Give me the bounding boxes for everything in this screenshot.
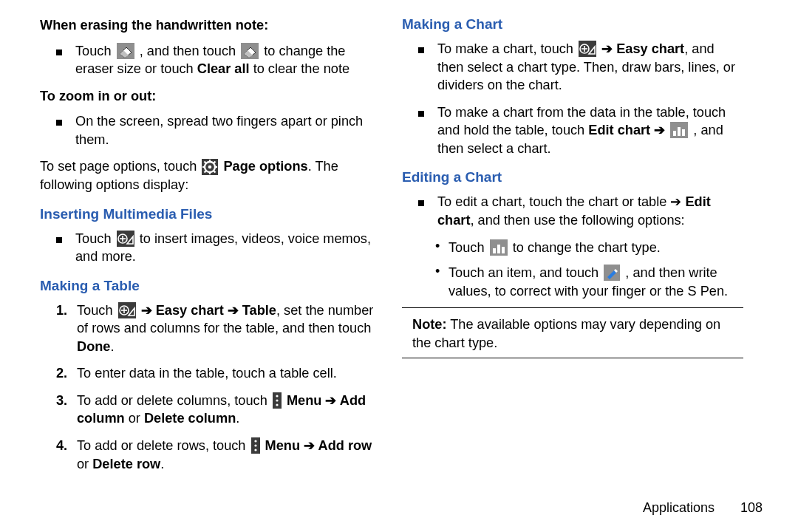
txt: Touch: [77, 303, 117, 318]
pen-icon: [604, 265, 620, 281]
step-4-text: To add or delete rows, touch Menu ➔ Add …: [77, 437, 381, 473]
easy-chart-table: Easy chart ➔ Table: [156, 303, 276, 318]
step-4: 4. To add or delete rows, touch Menu ➔ A…: [56, 437, 381, 473]
page-footer: Applications 108: [643, 500, 763, 516]
sub1-text: Touch to change the chart type.: [449, 239, 743, 257]
eraser-icon: [241, 43, 259, 59]
edit-chart-arrow: Edit chart ➔: [588, 123, 669, 137]
txt: or: [125, 411, 144, 426]
note-label: Note:: [412, 317, 446, 332]
svg-point-29: [276, 399, 278, 401]
bullet-marker: [418, 103, 437, 158]
step-3-text: To add or delete columns, touch Menu ➔ A…: [77, 392, 381, 428]
txt: To add or delete rows, touch: [77, 438, 250, 453]
svg-point-28: [276, 395, 278, 397]
menu-icon: [251, 437, 260, 454]
bullet-zoom: On the screen, spread two fingers apart …: [56, 112, 381, 149]
insert-plus-icon: [118, 302, 136, 318]
gear-icon: [202, 159, 218, 175]
svg-point-33: [254, 445, 256, 447]
heading-table: Making a Table: [40, 278, 381, 294]
chart-type-icon: [670, 122, 688, 138]
step-1: 1. Touch ➔ Easy chart ➔ Table, set the n…: [56, 301, 381, 356]
bullet-marker: [418, 40, 437, 95]
menu-addrow: Menu ➔ Add row: [265, 438, 372, 453]
txt: , and then touch: [140, 44, 240, 58]
txt: Touch an item, and touch: [449, 265, 602, 280]
divider: [402, 307, 743, 308]
txt: or: [77, 457, 92, 471]
bullet-marker: [56, 42, 75, 78]
footer-section: Applications: [643, 500, 715, 515]
insert-plus-icon: [117, 231, 134, 247]
easy-chart: Easy chart: [616, 41, 684, 56]
step-2-text: To enter data in the table, touch a tabl…: [77, 364, 381, 383]
txt: Touch: [75, 231, 115, 246]
heading-erase: When erasing the handwritten note:: [40, 16, 381, 35]
mc1-text: To make a chart, touch ➔ Easy chart, and…: [437, 40, 743, 95]
txt: Touch: [75, 44, 115, 58]
heading-zoom: To zoom in or out:: [40, 87, 381, 106]
clear-all-label: Clear all: [197, 61, 250, 76]
step-num: 4.: [56, 437, 77, 473]
note-text: The available options may vary depending…: [412, 317, 720, 350]
bullet-multimedia: Touch to insert images, videos, voice me…: [56, 230, 381, 266]
bullet-marker: [418, 193, 437, 229]
bullet-makechart-2: To make a chart from the data in the tab…: [418, 103, 743, 158]
svg-point-34: [254, 449, 256, 451]
insert-plus-icon: [579, 41, 596, 57]
svg-rect-41: [673, 131, 676, 136]
txt: to clear the note: [253, 61, 349, 76]
txt: .: [236, 411, 239, 426]
txt: To set page options, touch: [40, 159, 200, 174]
svg-rect-45: [493, 248, 496, 253]
txt: To edit a chart, touch the chart or tabl…: [437, 194, 685, 209]
right-column: Making a Chart To make a chart, touch ➔ …: [392, 15, 754, 523]
step-3: 3. To add or delete columns, touch Menu …: [56, 392, 381, 428]
heading-making-chart: Making a Chart: [402, 16, 743, 33]
bullet-zoom-text: On the screen, spread two fingers apart …: [75, 112, 381, 149]
txt: To make a chart, touch: [437, 41, 577, 56]
bullet-editchart-lead: To edit a chart, touch the chart or tabl…: [418, 193, 743, 229]
dot-marker: •: [435, 264, 449, 300]
dot-marker: •: [435, 239, 449, 257]
svg-point-32: [254, 440, 256, 443]
footer-page-number: 108: [740, 500, 763, 515]
page-options-label: Page options: [223, 159, 307, 174]
bullet-marker: [56, 112, 75, 149]
svg-point-8: [208, 165, 212, 168]
bullet-erase-text: Touch , and then touch to change the era…: [75, 42, 381, 78]
txt: Touch: [449, 240, 488, 255]
page-options-para: To set page options, touch Page options.…: [40, 157, 381, 194]
txt: , and then use the following options:: [470, 213, 684, 228]
menu-icon: [273, 392, 282, 409]
txt: To add or delete columns, touch: [77, 393, 271, 408]
svg-rect-42: [678, 127, 681, 136]
bullet-makechart-1: To make a chart, touch ➔ Easy chart, and…: [418, 40, 743, 95]
step-1-text: Touch ➔ Easy chart ➔ Table, set the numb…: [77, 301, 381, 356]
arrow: ➔: [601, 41, 616, 56]
bullet-erase: Touch , and then touch to change the era…: [56, 42, 381, 78]
chart-type-icon: [490, 239, 508, 256]
ec-lead-text: To edit a chart, touch the chart or tabl…: [437, 193, 743, 229]
svg-rect-47: [502, 247, 505, 253]
txt: .: [160, 457, 164, 471]
step-2: 2. To enter data in the table, touch a t…: [56, 364, 381, 383]
divider: [402, 358, 743, 358]
heading-multimedia: Inserting Multimedia Files: [40, 206, 381, 222]
eraser-icon: [117, 43, 134, 59]
note-block: Note: The available options may vary dep…: [412, 316, 733, 352]
svg-point-30: [276, 403, 278, 406]
svg-rect-43: [682, 129, 685, 136]
step-num: 1.: [56, 301, 77, 356]
arrow: ➔: [141, 303, 156, 318]
delete-row: Delete row: [92, 457, 160, 471]
step-num: 3.: [56, 392, 77, 428]
delete-column: Delete column: [144, 411, 236, 426]
bullet-mm-text: Touch to insert images, videos, voice me…: [75, 230, 381, 266]
txt: .: [110, 339, 114, 354]
step-num: 2.: [56, 364, 77, 383]
txt: to change the chart type.: [513, 240, 661, 255]
svg-rect-46: [497, 245, 500, 253]
left-column: When erasing the handwritten note: Touch…: [30, 15, 392, 523]
